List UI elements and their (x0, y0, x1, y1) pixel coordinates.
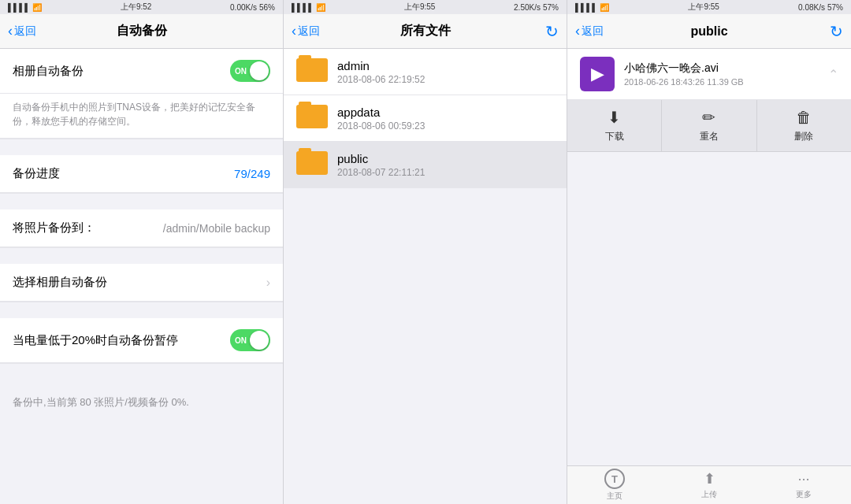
backup-path-row: 将照片备份到： /admin/Mobile backup (0, 209, 283, 247)
photo-backup-toggle[interactable]: ON (230, 60, 270, 82)
tab-upload[interactable]: ⬆ 上传 (662, 469, 756, 502)
back-label-middle: 返回 (298, 24, 320, 39)
video-file-name: 小哈佛六一晚会.avi (624, 61, 828, 76)
home-tab-label: 主页 (607, 491, 622, 502)
delete-icon: 🗑 (796, 109, 812, 127)
tab-home[interactable]: T 主页 (567, 469, 662, 502)
video-file-item[interactable]: ▶ 小哈佛六一晚会.avi 2018-06-26 18:43:26 11.39 … (567, 49, 851, 100)
tab-bar: T 主页 ⬆ 上传 ··· 更多 (567, 465, 851, 504)
photo-backup-row: 相册自动备份 ON (0, 49, 283, 94)
delete-label: 删除 (794, 130, 813, 143)
rename-button[interactable]: ✏ 重名 (662, 100, 756, 151)
back-arrow-left: ‹ (8, 23, 13, 39)
file-name-public: public (337, 152, 554, 165)
nav-title-middle: 所有文件 (400, 23, 451, 39)
delete-button[interactable]: 🗑 删除 (757, 100, 851, 151)
folder-icon-appdata (296, 105, 328, 132)
battery-low-row: 当电量低于20%时自动备份暂停 ON (0, 318, 283, 363)
divider-1 (0, 139, 283, 155)
back-arrow-right: ‹ (575, 23, 580, 39)
tab-section: T 主页 ⬆ 上传 ··· 更多 (567, 469, 851, 502)
file-action-row: ⬇ 下载 ✏ 重名 🗑 删除 (567, 100, 851, 152)
back-button-left[interactable]: ‹ 返回 (8, 23, 36, 39)
panel-all-files: ▌▌▌▌ 📶 上午9:55 2.50K/s 57% ‹ 返回 所有文件 ↻ (284, 0, 567, 504)
network-speed-middle: 2.50K/s (514, 3, 541, 12)
photo-backup-label: 相册自动备份 (13, 64, 84, 79)
upload-tab-label: 上传 (701, 489, 717, 500)
file-info-appdata: appdata 2018-08-06 00:59:23 (337, 106, 554, 132)
divider-2 (0, 194, 283, 209)
time-right: 上午9:55 (688, 2, 719, 13)
progress-value: 79/249 (234, 167, 270, 180)
video-icon: ▶ (591, 64, 604, 84)
home-tab-icon: T (604, 469, 625, 489)
divider-5 (0, 364, 283, 380)
file-date-public: 2018-08-07 22:11:21 (337, 167, 554, 178)
progress-label: 备份进度 (13, 166, 60, 181)
progress-section: 备份进度 79/249 (0, 155, 283, 194)
status-bar-left: ▌▌▌▌ 📶 上午9:52 0.00K/s 56% (0, 0, 283, 14)
battery-right: 57% (827, 3, 843, 12)
photo-backup-section: 相册自动备份 ON 自动备份手机中的照片到TNAS设备，把美好的记忆安全备份，释… (0, 49, 283, 139)
signal-icon-right: ▌▌▌▌ (575, 3, 597, 12)
video-thumbnail: ▶ (580, 57, 615, 91)
download-button[interactable]: ⬇ 下载 (567, 100, 662, 151)
chevron-right-icon: › (266, 276, 270, 290)
middle-panel-content: admin 2018-08-06 22:19:52 appdata 2018-0… (284, 49, 567, 504)
refresh-icon-middle[interactable]: ↻ (545, 22, 559, 41)
back-button-middle[interactable]: ‹ 返回 (292, 23, 320, 39)
file-item-admin[interactable]: admin 2018-08-06 22:19:52 (284, 49, 567, 95)
battery-middle: 57% (543, 3, 559, 12)
photo-backup-desc: 自动备份手机中的照片到TNAS设备，把美好的记忆安全备份，释放您手机的存储空间。 (0, 94, 283, 139)
file-item-public[interactable]: public 2018-08-07 22:11:21 (284, 142, 567, 188)
divider-3 (0, 248, 283, 264)
wifi-icon-right: 📶 (600, 3, 609, 12)
folder-icon-public (296, 151, 328, 178)
wifi-icon-middle: 📶 (316, 3, 325, 12)
video-date: 2018-06-26 18:43:26 (624, 77, 704, 87)
back-arrow-middle: ‹ (292, 23, 296, 39)
battery-toggle-knob (250, 331, 269, 350)
choose-album-row[interactable]: 选择相册自动备份 › (0, 264, 283, 302)
network-speed-left: 0.00K/s (230, 3, 257, 12)
status-left: ▌▌▌▌ 📶 上午9:52 0.00K/s 56% (3, 2, 280, 13)
file-info-public: public 2018-08-07 22:11:21 (337, 152, 554, 178)
nav-title-right: public (690, 24, 727, 39)
left-panel-content: 相册自动备份 ON 自动备份手机中的照片到TNAS设备，把美好的记忆安全备份，释… (0, 49, 283, 504)
upload-tab-icon: ⬆ (704, 470, 715, 487)
wifi-icon-left: 📶 (32, 3, 42, 12)
divider-4 (0, 302, 283, 318)
file-date-admin: 2018-08-06 22:19:52 (337, 74, 554, 85)
back-button-right[interactable]: ‹ 返回 (575, 23, 604, 39)
more-tab-icon: ··· (797, 471, 809, 487)
nav-bar-left: ‹ 返回 自动备份 (0, 14, 283, 49)
network-speed-right: 0.08K/s (798, 3, 825, 12)
nav-bar-middle: ‹ 返回 所有文件 ↻ (284, 14, 567, 49)
download-icon: ⬇ (608, 108, 621, 127)
back-label-right: 返回 (582, 24, 604, 39)
backup-status-text: 备份中,当前第 80 张照片/视频备份 0%. (13, 396, 189, 408)
status-bar-middle: ▌▌▌▌ 📶 上午9:55 2.50K/s 57% (284, 0, 567, 14)
rename-label: 重名 (700, 130, 719, 143)
nav-title-left: 自动备份 (117, 23, 167, 39)
file-item-appdata[interactable]: appdata 2018-08-06 00:59:23 (284, 95, 567, 142)
choose-album-label: 选择相册自动备份 (13, 275, 107, 290)
file-name-admin: admin (337, 59, 554, 72)
backup-path-section: 将照片备份到： /admin/Mobile backup (0, 209, 283, 248)
tab-more[interactable]: ··· 更多 (756, 469, 851, 502)
nav-bar-right: ‹ 返回 public ↻ (567, 14, 851, 49)
toggle-on-label: ON (235, 67, 247, 76)
video-file-meta: 小哈佛六一晚会.avi 2018-06-26 18:43:26 11.39 GB (624, 61, 828, 87)
battery-low-toggle[interactable]: ON (230, 329, 270, 351)
choose-album-section: 选择相册自动备份 › (0, 264, 283, 302)
signal-icon-left: ▌▌▌▌ (8, 3, 30, 12)
refresh-icon-right[interactable]: ↻ (830, 22, 843, 41)
time-middle: 上午9:55 (404, 2, 435, 13)
status-bar-right: ▌▌▌▌ 📶 上午9:55 0.08K/s 57% (567, 0, 851, 14)
folder-icon-admin (296, 58, 328, 85)
file-name-appdata: appdata (337, 106, 554, 119)
signal-icon-middle: ▌▌▌▌ (292, 3, 314, 12)
file-info-admin: admin 2018-08-06 22:19:52 (337, 59, 554, 85)
rename-icon: ✏ (702, 108, 715, 127)
download-label: 下载 (605, 130, 624, 143)
